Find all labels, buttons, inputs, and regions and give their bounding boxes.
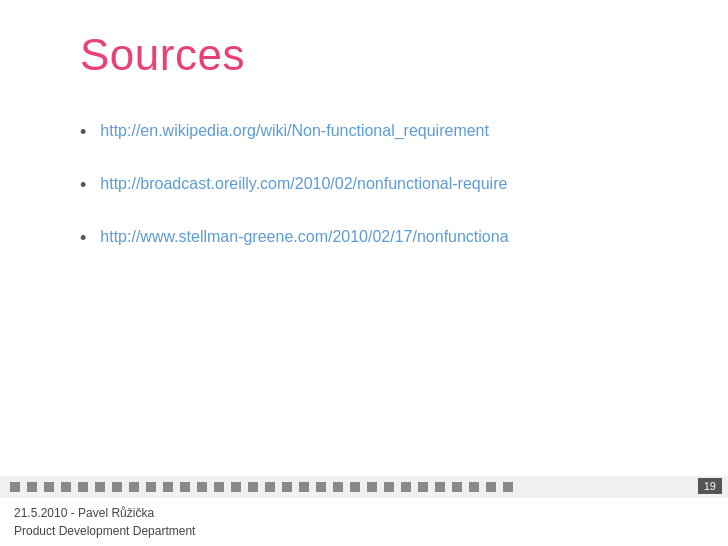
slide-title: Sources [80, 30, 668, 80]
list-item: • http://en.wikipedia.org/wiki/Non-funct… [80, 120, 668, 145]
dot [248, 482, 258, 492]
slide-footer: 19 21.5.2010 - Pavel Růžička Product Dev… [0, 476, 728, 546]
dot [231, 482, 241, 492]
dot [61, 482, 71, 492]
dot [197, 482, 207, 492]
dot [350, 482, 360, 492]
dot [214, 482, 224, 492]
dot [503, 482, 513, 492]
footer-name: 21.5.2010 - Pavel Růžička [14, 504, 718, 522]
dot [10, 482, 20, 492]
page-number: 19 [698, 478, 722, 494]
dot [367, 482, 377, 492]
dot [265, 482, 275, 492]
dot [282, 482, 292, 492]
source-link-1[interactable]: http://en.wikipedia.org/wiki/Non-functio… [100, 120, 489, 142]
dot [180, 482, 190, 492]
list-item: • http://www.stellman-greene.com/2010/02… [80, 226, 668, 251]
dot [146, 482, 156, 492]
bullet-icon: • [80, 173, 86, 198]
source-link-3[interactable]: http://www.stellman-greene.com/2010/02/1… [100, 226, 508, 248]
dot [418, 482, 428, 492]
dot [163, 482, 173, 492]
dots-bar: 19 [0, 476, 728, 498]
dots-container [10, 482, 718, 492]
dot [78, 482, 88, 492]
dot [95, 482, 105, 492]
footer-text: 21.5.2010 - Pavel Růžička Product Develo… [0, 498, 728, 546]
dot [44, 482, 54, 492]
dot [469, 482, 479, 492]
list-item: • http://broadcast.oreilly.com/2010/02/n… [80, 173, 668, 198]
dot [435, 482, 445, 492]
bullet-icon: • [80, 226, 86, 251]
slide: Sources • http://en.wikipedia.org/wiki/N… [0, 0, 728, 546]
dot [333, 482, 343, 492]
bullet-icon: • [80, 120, 86, 145]
source-link-2[interactable]: http://broadcast.oreilly.com/2010/02/non… [100, 173, 507, 195]
sources-list: • http://en.wikipedia.org/wiki/Non-funct… [80, 120, 668, 252]
dot [112, 482, 122, 492]
dot [27, 482, 37, 492]
footer-department: Product Development Department [14, 522, 718, 540]
dot [316, 482, 326, 492]
dot [129, 482, 139, 492]
dot [384, 482, 394, 492]
dot [486, 482, 496, 492]
dot [401, 482, 411, 492]
dot [452, 482, 462, 492]
dot [299, 482, 309, 492]
slide-content: Sources • http://en.wikipedia.org/wiki/N… [0, 0, 728, 476]
